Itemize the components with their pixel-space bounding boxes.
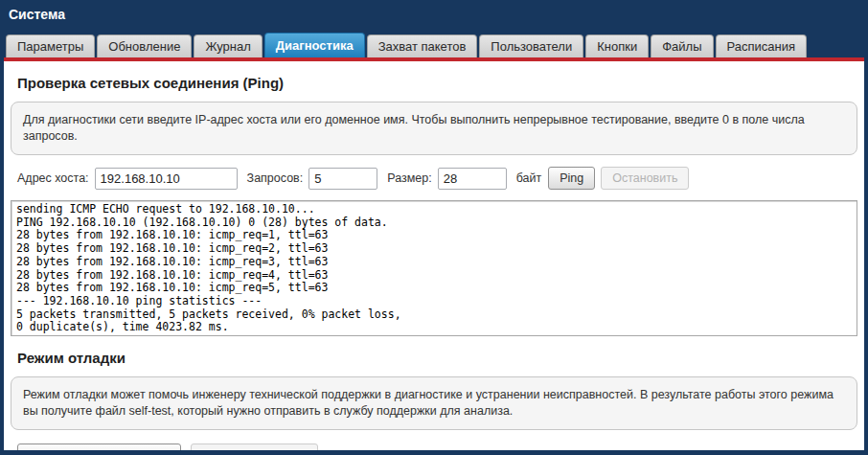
requests-label: Запросов: bbox=[247, 171, 304, 185]
tab-update[interactable]: Обновление bbox=[97, 34, 192, 57]
tab-schedules[interactable]: Расписания bbox=[716, 34, 807, 57]
enable-debug-button[interactable]: Включить режим отладки bbox=[17, 444, 181, 450]
tab-users[interactable]: Пользователи bbox=[479, 34, 583, 57]
ping-form: Адрес хоста: Запросов: Размер: байт Ping… bbox=[17, 167, 857, 190]
host-address-input[interactable] bbox=[95, 168, 238, 190]
app-window: Система ПараметрыОбновлениеЖурналДиагнос… bbox=[0, 0, 868, 455]
tab-buttons[interactable]: Кнопки bbox=[585, 34, 649, 57]
size-label: Размер: bbox=[387, 171, 431, 185]
requests-input[interactable] bbox=[308, 168, 377, 190]
page-title: Система bbox=[9, 7, 65, 22]
ping-button[interactable]: Ping bbox=[548, 167, 595, 190]
tab-packet-capture[interactable]: Захват пакетов bbox=[367, 34, 478, 57]
ping-info-text: Для диагностики сети введите IP-адрес хо… bbox=[23, 113, 805, 143]
debug-section-title: Режим отладки bbox=[17, 350, 857, 366]
finish-debug-button[interactable]: Закончить отладку bbox=[191, 444, 318, 450]
titlebar: Система bbox=[4, 0, 864, 33]
stop-button[interactable]: Остановить bbox=[601, 167, 689, 190]
ping-info-box: Для диагностики сети введите IP-адрес хо… bbox=[11, 102, 857, 155]
size-input[interactable] bbox=[438, 168, 507, 190]
debug-buttons-row: Включить режим отладки Закончить отладку bbox=[17, 444, 857, 450]
tab-diagnostics[interactable]: Диагностика bbox=[264, 33, 365, 57]
tab-bar: ПараметрыОбновлениеЖурналДиагностикаЗахв… bbox=[4, 33, 864, 57]
debug-info-text: Режим отладки может помочь инженеру техн… bbox=[23, 388, 834, 418]
tab-files[interactable]: Файлы bbox=[651, 34, 713, 57]
tab-journal[interactable]: Журнал bbox=[194, 34, 262, 57]
ping-section-title: Проверка сетевых соединения (Ping) bbox=[17, 75, 857, 91]
tab-parameters[interactable]: Параметры bbox=[6, 34, 95, 57]
content-area: Проверка сетевых соединения (Ping) Для д… bbox=[4, 61, 864, 450]
debug-info-box: Режим отладки может помочь инженеру техн… bbox=[11, 376, 857, 430]
host-address-label: Адрес хоста: bbox=[17, 171, 89, 185]
ping-output-console[interactable]: sending ICMP ECHO request to 192.168.10.… bbox=[11, 200, 857, 336]
bytes-unit-label: байт bbox=[516, 171, 542, 185]
